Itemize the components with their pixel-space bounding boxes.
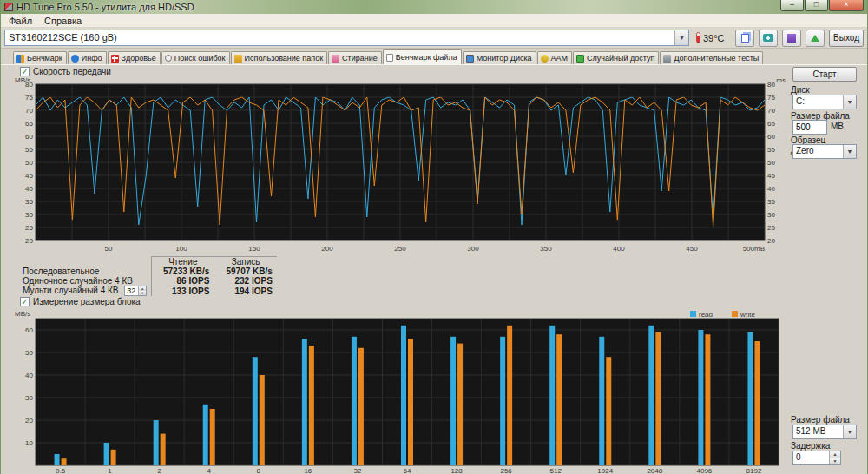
copy-screenshot-button[interactable] bbox=[735, 30, 754, 47]
tab-error-scan[interactable]: Поиск ошибок bbox=[161, 51, 230, 64]
svg-text:50: 50 bbox=[25, 349, 33, 357]
queue-depth-spinner[interactable]: 32 ▲▼ bbox=[124, 286, 147, 296]
temperature-indicator: 39°C bbox=[694, 32, 727, 43]
block-size-checkbox[interactable]: ✓ Измерение размера блока bbox=[20, 297, 141, 306]
camera-icon bbox=[763, 34, 773, 42]
benchmark-icon bbox=[16, 55, 24, 63]
svg-text:60: 60 bbox=[25, 326, 33, 334]
file-size-input[interactable] bbox=[792, 120, 827, 135]
svg-text:25: 25 bbox=[25, 224, 33, 232]
monitor-icon bbox=[466, 55, 474, 63]
svg-text:2: 2 bbox=[157, 467, 161, 474]
svg-text:150: 150 bbox=[248, 245, 260, 253]
svg-text:128: 128 bbox=[450, 467, 463, 474]
spin-down-icon[interactable]: ▼ bbox=[830, 458, 840, 465]
delay-label: Задержка bbox=[791, 441, 857, 451]
delay-spinner[interactable]: 0 ▲▼ bbox=[792, 451, 841, 465]
chevron-down-icon[interactable]: ▼ bbox=[843, 145, 856, 158]
svg-text:100: 100 bbox=[175, 245, 187, 253]
file-size2-select[interactable]: 512 MB ▼ bbox=[792, 425, 857, 439]
tab-disk-monitor[interactable]: Монитор Диска bbox=[463, 51, 536, 64]
tests-icon bbox=[663, 55, 671, 63]
svg-text:70: 70 bbox=[767, 107, 775, 115]
svg-text:8192: 8192 bbox=[746, 467, 762, 474]
tab-file-benchmark[interactable]: Бенчмарк файла bbox=[383, 49, 462, 64]
svg-text:30: 30 bbox=[25, 394, 33, 402]
tab-folder-usage[interactable]: Использование папок bbox=[231, 51, 328, 64]
svg-text:20: 20 bbox=[767, 237, 775, 245]
dice-icon bbox=[576, 55, 584, 63]
minimize-button[interactable]: – bbox=[780, 0, 804, 11]
spin-down-icon[interactable]: ▼ bbox=[139, 291, 146, 295]
tab-random-access[interactable]: Случайный доступ bbox=[573, 51, 659, 64]
close-button[interactable]: × bbox=[829, 0, 864, 11]
disk-label: Диск bbox=[791, 85, 857, 95]
svg-text:10: 10 bbox=[25, 439, 33, 447]
svg-text:450: 450 bbox=[686, 245, 698, 253]
table-row: Последовательное 57233 KB/s 59707 KB/s bbox=[18, 267, 277, 276]
transfer-speed-chart: 2020252530303535404045455050555560606565… bbox=[13, 76, 787, 254]
chevron-down-icon[interactable]: ▼ bbox=[843, 425, 856, 438]
chevron-down-icon[interactable]: ▼ bbox=[674, 30, 688, 45]
menu-item-help[interactable]: Справка bbox=[38, 15, 88, 27]
exit-button[interactable]: Выход bbox=[829, 30, 864, 47]
svg-text:1024: 1024 bbox=[597, 467, 613, 474]
svg-text:55: 55 bbox=[25, 146, 33, 154]
folder-icon bbox=[234, 55, 242, 63]
svg-text:500mB: 500mB bbox=[743, 245, 765, 253]
svg-text:64: 64 bbox=[404, 467, 411, 474]
checkbox-check-icon: ✓ bbox=[20, 297, 30, 306]
disk-select[interactable]: C: ▼ bbox=[792, 95, 857, 109]
results-table: Чтение Запись Последовательное 57233 KB/… bbox=[18, 256, 277, 296]
table-row: Одиночное случайное 4 КВ 86 IOPS 232 IOP… bbox=[18, 276, 277, 286]
svg-text:200: 200 bbox=[321, 245, 333, 253]
toolbar: ST3160212SCE (160 gB) ▼ 39°C Выход bbox=[1, 28, 867, 49]
svg-text:4096: 4096 bbox=[697, 467, 713, 474]
svg-text:50: 50 bbox=[105, 245, 113, 253]
menu-item-file[interactable]: Файл bbox=[3, 15, 38, 27]
start-button[interactable]: Старт bbox=[792, 67, 857, 82]
tab-info[interactable]: Инфо bbox=[68, 51, 107, 64]
save-button[interactable] bbox=[782, 30, 801, 47]
svg-text:45: 45 bbox=[767, 172, 775, 180]
chevron-down-icon[interactable]: ▼ bbox=[843, 95, 856, 109]
pattern-select[interactable]: Zero ▼ bbox=[792, 144, 857, 159]
svg-text:30: 30 bbox=[25, 211, 33, 219]
drive-select-value: ST3160212SCE (160 gB) bbox=[5, 30, 674, 45]
tab-extra-tests[interactable]: Дополнительные тесты bbox=[660, 51, 763, 64]
app-icon bbox=[4, 3, 13, 11]
window-titlebar[interactable]: HD Tune Pro 5.50 - утилита для HD/SSD – … bbox=[1, 0, 867, 14]
svg-text:350: 350 bbox=[540, 245, 552, 253]
svg-text:65: 65 bbox=[25, 120, 33, 128]
file-size-unit: MB bbox=[831, 122, 857, 131]
svg-text:75: 75 bbox=[767, 94, 775, 102]
tab-aam[interactable]: AAM bbox=[537, 51, 573, 64]
file-size2-label: Размер файла bbox=[791, 415, 857, 425]
screenshot-button[interactable] bbox=[759, 30, 778, 47]
svg-text:20: 20 bbox=[25, 237, 33, 245]
svg-text:60: 60 bbox=[25, 133, 33, 141]
upload-button[interactable] bbox=[806, 30, 825, 47]
svg-text:250: 250 bbox=[394, 245, 406, 253]
eraser-icon bbox=[332, 55, 339, 63]
svg-text:60: 60 bbox=[767, 133, 775, 141]
temperature-value: 39°C bbox=[703, 33, 725, 43]
svg-text:45: 45 bbox=[25, 172, 33, 180]
svg-text:20: 20 bbox=[25, 417, 33, 425]
svg-text:50: 50 bbox=[767, 159, 775, 167]
tab-health[interactable]: Здоровье bbox=[108, 51, 161, 64]
upload-icon bbox=[811, 35, 819, 42]
table-row: Мульти случайный 4 КВ 32 ▲▼ 133 IOPS 194… bbox=[18, 286, 277, 296]
spin-up-icon[interactable]: ▲ bbox=[830, 451, 840, 458]
svg-text:0.5: 0.5 bbox=[56, 467, 66, 474]
tab-erase[interactable]: Стирание bbox=[328, 51, 382, 64]
window-title: HD Tune Pro 5.50 - утилита для HD/SSD bbox=[16, 2, 194, 12]
maximize-button[interactable]: □ bbox=[805, 0, 828, 11]
svg-text:MB/s: MB/s bbox=[15, 76, 30, 84]
svg-text:300: 300 bbox=[467, 245, 479, 253]
tab-benchmark[interactable]: Бенчмарк bbox=[13, 51, 67, 64]
app-window: HD Tune Pro 5.50 - утилита для HD/SSD – … bbox=[0, 0, 868, 474]
drive-select[interactable]: ST3160212SCE (160 gB) ▼ bbox=[4, 30, 689, 46]
svg-text:35: 35 bbox=[25, 198, 33, 206]
svg-text:40: 40 bbox=[25, 372, 33, 379]
